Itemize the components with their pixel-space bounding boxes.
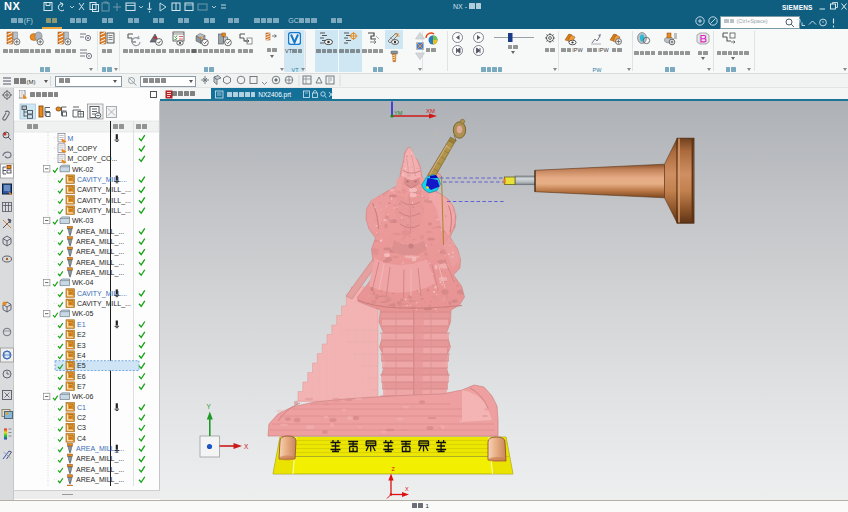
- svg-text:XM: XM: [426, 108, 435, 114]
- svg-text:AREA_MILL_...: AREA_MILL_...: [76, 238, 124, 246]
- svg-text:M_COPY: M_COPY: [68, 145, 98, 153]
- svg-text:WK-04: WK-04: [72, 279, 94, 286]
- svg-text:C2: C2: [77, 414, 86, 421]
- svg-text:WK-05: WK-05: [72, 310, 94, 317]
- svg-text:AREA_MILL_...: AREA_MILL_...: [76, 455, 124, 463]
- svg-text:E2: E2: [77, 331, 86, 338]
- svg-text:CAVITY_MILL_...: CAVITY_MILL_...: [77, 186, 131, 194]
- svg-text:CAVITY_MILL...: CAVITY_MILL...: [77, 176, 127, 184]
- svg-text:X: X: [405, 486, 409, 492]
- svg-text:E5: E5: [77, 362, 86, 369]
- svg-text:E4: E4: [77, 352, 86, 359]
- svg-text:AREA_MILL_...: AREA_MILL_...: [76, 476, 124, 484]
- svg-text:M_COPY_CO...: M_COPY_CO...: [68, 155, 118, 163]
- svg-text:X: X: [244, 443, 249, 450]
- svg-text:Y: Y: [207, 403, 212, 410]
- svg-text:CAVITY_MILL_...: CAVITY_MILL_...: [77, 300, 131, 308]
- svg-text:YM: YM: [394, 110, 403, 116]
- svg-text:E3: E3: [77, 342, 86, 349]
- svg-text:AREA_MILL_...: AREA_MILL_...: [76, 259, 124, 267]
- svg-text:CAVITY_MILL_...: CAVITY_MILL_...: [77, 197, 131, 205]
- svg-text:AREA_MILL_...: AREA_MILL_...: [76, 248, 124, 256]
- svg-text:CAVITY_MILL_...: CAVITY_MILL_...: [77, 207, 131, 215]
- svg-text:E7: E7: [77, 383, 86, 390]
- svg-text:WK-02: WK-02: [72, 166, 94, 173]
- svg-text:AREA_MILL_...: AREA_MILL_...: [76, 269, 124, 277]
- svg-text:E1: E1: [77, 321, 86, 328]
- svg-text:WK-03: WK-03: [72, 217, 94, 224]
- svg-text:WK-06: WK-06: [72, 393, 94, 400]
- svg-text:AREA_MILL_...: AREA_MILL_...: [76, 466, 124, 474]
- svg-text:AREA_MILL_...: AREA_MILL_...: [76, 228, 124, 236]
- svg-text:C3: C3: [77, 424, 86, 431]
- svg-text:E6: E6: [77, 373, 86, 380]
- svg-text:C1: C1: [77, 404, 86, 411]
- svg-text:CAVITY_MILL...: CAVITY_MILL...: [77, 290, 127, 298]
- svg-text:C4: C4: [77, 435, 86, 442]
- svg-text:M: M: [68, 135, 74, 142]
